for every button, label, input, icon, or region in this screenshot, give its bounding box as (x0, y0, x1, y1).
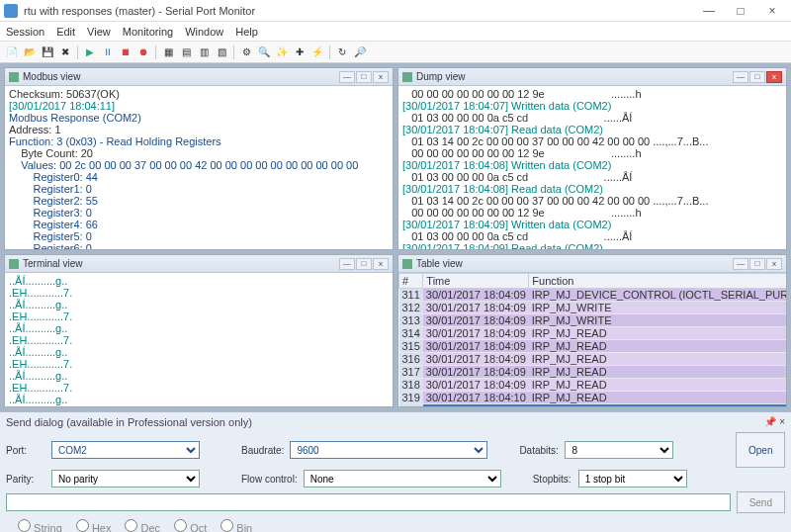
table-row[interactable]: 31130/01/2017 18:04:09IRP_MJ_DEVICE_CONT… (399, 289, 787, 302)
parity-select[interactable]: No parity (51, 470, 200, 488)
stop-icon[interactable]: ⏹ (118, 44, 133, 60)
menu-help[interactable]: Help (235, 26, 258, 38)
pane-maximize-button[interactable]: □ (749, 258, 765, 270)
filter-icon[interactable]: ⚙ (238, 44, 254, 60)
table-pane-icon (402, 259, 412, 269)
pane-close-button[interactable]: x (373, 71, 389, 83)
send-dialog: Send dialog (available in Professional v… (0, 411, 791, 532)
view4-icon[interactable]: ▧ (214, 44, 229, 60)
terminal-pane-body[interactable]: ..ÅÍ..........g...EH............7...ÅÍ..… (5, 273, 393, 406)
table-view-table: #TimeFunctionDirect...StatusData 31130/0… (398, 273, 786, 406)
modbus-view-pane: Modbus view — □ x Checksum: 50637(OK)[30… (4, 67, 394, 250)
flowcontrol-label: Flow control: (241, 474, 298, 485)
table-row[interactable]: 31330/01/2017 18:04:09IRP_MJ_WRITEUPSTAT… (399, 314, 787, 327)
terminal-pane-icon (9, 259, 19, 269)
modbus-pane-icon (9, 72, 19, 82)
new-session-icon[interactable]: 📄 (4, 44, 20, 60)
workspace: Modbus view — □ x Checksum: 50637(OK)[30… (0, 63, 791, 411)
table-pane-body[interactable]: #TimeFunctionDirect...StatusData 31130/0… (398, 273, 786, 406)
toolbar: 📄 📂 💾 ✖ ▶ ⏸ ⏹ ⏺ ▦ ▤ ▥ ▧ ⚙ 🔍 ✨ ✚ ⚡ ↻ 🔎 (0, 42, 791, 63)
view3-icon[interactable]: ▥ (196, 44, 212, 60)
open-session-icon[interactable]: 📂 (22, 44, 38, 60)
refresh-icon[interactable]: ↻ (334, 44, 350, 60)
pin-icon[interactable]: 📌 × (764, 416, 785, 428)
window-title: rtu with responses (master) - Serial Por… (24, 5, 694, 17)
search-icon[interactable]: 🔍 (256, 44, 272, 60)
play-icon[interactable]: ▶ (82, 44, 98, 60)
table-header[interactable]: Function (529, 274, 786, 289)
radio-hex[interactable] (76, 519, 89, 532)
window-minimize-button[interactable]: — (694, 4, 724, 18)
pane-close-button[interactable]: x (766, 71, 782, 83)
menu-window[interactable]: Window (185, 26, 223, 38)
window-maximize-button[interactable]: □ (726, 4, 755, 18)
menu-edit[interactable]: Edit (56, 26, 75, 38)
wand-icon[interactable]: ✨ (274, 44, 290, 60)
terminal-pane-title: Terminal view (23, 258, 339, 269)
radio-oct[interactable] (174, 519, 187, 532)
open-button[interactable]: Open (736, 432, 785, 468)
databits-select[interactable]: 8 (565, 441, 673, 459)
table-view-pane: Table view — □ x #TimeFunctionDirect...S… (397, 254, 787, 407)
terminal-view-pane: Terminal view — □ x ..ÅÍ..........g...EH… (4, 254, 394, 407)
record-icon[interactable]: ⏺ (135, 44, 151, 60)
settings-icon[interactable]: ✚ (292, 44, 308, 60)
menubar: Session Edit View Monitoring Window Help (0, 22, 791, 42)
pane-close-button[interactable]: x (766, 258, 782, 270)
radio-bin[interactable] (220, 519, 233, 532)
baudrate-label: Baudrate: (241, 445, 284, 456)
app-icon (4, 4, 18, 18)
pane-minimize-button[interactable]: — (733, 258, 748, 270)
modbus-pane-title: Modbus view (23, 71, 339, 82)
stopbits-select[interactable]: 1 stop bit (578, 470, 687, 488)
close-icon[interactable]: ✖ (57, 44, 73, 60)
send-button[interactable]: Send (737, 491, 785, 513)
table-row[interactable]: 31430/01/2017 18:04:09IRP_MJ_READDOWN (399, 327, 787, 340)
pane-minimize-button[interactable]: — (733, 71, 748, 83)
table-row[interactable]: 31230/01/2017 18:04:09IRP_MJ_WRITEDOWN (399, 302, 787, 314)
table-header[interactable]: # (399, 274, 423, 289)
radio-string[interactable] (18, 519, 31, 532)
pane-maximize-button[interactable]: □ (749, 71, 765, 83)
window-close-button[interactable]: × (757, 4, 787, 18)
format-radios: String Hex Dec Oct Bin (6, 515, 785, 532)
baudrate-select[interactable]: 9600 (290, 441, 487, 459)
view2-icon[interactable]: ▤ (178, 44, 194, 60)
table-row[interactable]: 31630/01/2017 18:04:09IRP_MJ_READDOWN (399, 353, 787, 366)
table-row[interactable]: 31730/01/2017 18:04:09IRP_MJ_READUPSTATU… (399, 366, 787, 379)
menu-monitoring[interactable]: Monitoring (123, 26, 173, 38)
pause-icon[interactable]: ⏸ (100, 44, 116, 60)
radio-dec[interactable] (125, 519, 137, 532)
lightning-icon[interactable]: ⚡ (309, 44, 325, 60)
dump-pane-icon (402, 72, 412, 82)
parity-label: Parity: (6, 474, 45, 485)
table-header[interactable]: Time (423, 274, 529, 289)
table-row[interactable]: 31530/01/2017 18:04:09IRP_MJ_READUPSTATU… (399, 340, 787, 353)
pane-maximize-button[interactable]: □ (356, 71, 372, 83)
pane-minimize-button[interactable]: — (339, 71, 355, 83)
table-row[interactable]: 31930/01/2017 18:04:10IRP_MJ_READUPSTATU… (399, 392, 787, 404)
modbus-pane-body[interactable]: Checksum: 50637(OK)[30/01/2017 18:04:11]… (5, 86, 393, 249)
pane-maximize-button[interactable]: □ (356, 258, 372, 270)
window-titlebar: rtu with responses (master) - Serial Por… (0, 0, 791, 22)
flowcontrol-select[interactable]: None (304, 470, 501, 488)
stopbits-label: Stopbits: (533, 474, 572, 485)
dump-pane-title: Dump view (416, 71, 733, 82)
port-label: Port: (6, 445, 45, 456)
port-select[interactable]: COM2 (51, 441, 200, 459)
pane-close-button[interactable]: x (373, 258, 389, 270)
pane-minimize-button[interactable]: — (339, 258, 355, 270)
zoom-icon[interactable]: 🔎 (352, 44, 368, 60)
menu-session[interactable]: Session (6, 26, 44, 38)
send-input[interactable] (6, 493, 731, 511)
table-row[interactable]: 32030/01/2017 18:04:10IRP_MJ_DEVICE_CONT… (399, 404, 787, 407)
save-icon[interactable]: 💾 (40, 44, 55, 60)
view1-icon[interactable]: ▦ (160, 44, 176, 60)
menu-view[interactable]: View (87, 26, 111, 38)
send-dialog-title: Send dialog (available in Professional v… (6, 416, 252, 428)
table-pane-title: Table view (416, 258, 733, 269)
table-row[interactable]: 31830/01/2017 18:04:09IRP_MJ_READDOWN (399, 379, 787, 392)
databits-label: Databits: (519, 445, 559, 456)
dump-pane-body[interactable]: 00 00 00 00 00 00 00 12 9e ........h [30… (398, 86, 786, 249)
dump-view-pane: Dump view — □ x 00 00 00 00 00 00 00 12 … (397, 67, 787, 250)
